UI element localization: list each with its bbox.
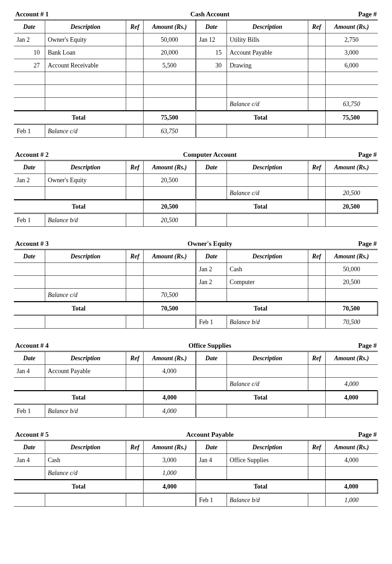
cell: 30 — [196, 59, 227, 72]
column-header: Amount (Rs.) — [325, 352, 377, 365]
cell: 75,500 — [144, 111, 196, 124]
column-header: Description — [45, 161, 126, 174]
cell: 20,000 — [144, 46, 196, 59]
cell — [196, 289, 227, 302]
cell: 15 — [196, 46, 227, 59]
cell — [196, 98, 227, 111]
column-header: Date — [14, 250, 45, 263]
ledger-account-3: Account # 3Owner's EquityPage #DateDescr… — [14, 240, 378, 329]
cell — [325, 289, 377, 302]
cell — [144, 72, 196, 85]
cell — [45, 493, 126, 507]
cell — [144, 187, 196, 200]
cell: 20,500 — [144, 200, 196, 213]
table-row: Jan 4Account Payable4,000 — [14, 365, 378, 378]
column-header: Ref — [308, 441, 325, 454]
cell — [227, 124, 308, 138]
total-label: Total — [14, 391, 144, 404]
column-header: Ref — [126, 441, 144, 454]
column-header: Ref — [308, 250, 325, 263]
cell — [325, 404, 377, 418]
column-header: Description — [45, 20, 126, 33]
table-row: Balance c/d63,750 — [14, 98, 378, 111]
ledger-account-2: Account # 2Computer AccountPage #DateDes… — [14, 151, 378, 227]
cell: 70,500 — [325, 302, 377, 315]
cell — [308, 378, 325, 391]
cell — [126, 46, 144, 59]
cell — [196, 378, 227, 391]
page-number: Page # — [335, 431, 377, 438]
cell: Feb 1 — [196, 493, 227, 507]
cell — [325, 72, 377, 85]
cell — [14, 98, 45, 111]
column-header: Amount (Rs.) — [144, 250, 196, 263]
total-label: Total — [14, 200, 144, 213]
account-number: Account # 2 — [15, 151, 85, 159]
column-header: Date — [14, 161, 45, 174]
cell — [196, 85, 227, 98]
cell — [196, 404, 227, 418]
totals-row: Total4,000Total4,000 — [14, 391, 378, 404]
ledger-table: DateDescriptionRefAmount (Rs.)DateDescri… — [14, 249, 378, 329]
total-label: Total — [196, 111, 325, 124]
cell — [126, 454, 144, 467]
cell — [196, 187, 227, 200]
cell — [325, 174, 377, 187]
cell — [45, 276, 126, 289]
cell: Office Supplies — [227, 454, 308, 467]
cell: Owner's Equity — [45, 33, 126, 46]
ledger-table: DateDescriptionRefAmount (Rs.)DateDescri… — [14, 351, 378, 418]
column-header: Description — [45, 250, 126, 263]
cell — [126, 365, 144, 378]
ledger-account-4: Account # 4Office SuppliesPage #DateDesc… — [14, 342, 378, 418]
cell: Balance c/d — [227, 378, 308, 391]
column-header: Date — [196, 20, 227, 33]
cell — [126, 289, 144, 302]
cell — [144, 98, 196, 111]
cell — [227, 467, 308, 480]
page-number: Page # — [335, 342, 377, 349]
cell — [126, 98, 144, 111]
account-title: Cash Account — [85, 10, 335, 18]
cell: Cash — [227, 263, 308, 276]
cell: 27 — [14, 59, 45, 72]
table-row: Jan 2Owner's Equity20,500 — [14, 174, 378, 187]
column-header: Description — [227, 161, 308, 174]
ledger-container: Account # 1Cash AccountPage #DateDescrip… — [14, 10, 378, 507]
cell: Account Receivable — [45, 59, 126, 72]
table-row: 10Bank Loan20,00015Account Payable3,000 — [14, 46, 378, 59]
account-number: Account # 1 — [15, 10, 85, 18]
cell: Bank Loan — [45, 46, 126, 59]
account-title: Computer Account — [85, 151, 335, 159]
totals-row: Total70,500Total70,500 — [14, 302, 378, 315]
page-number: Page # — [335, 240, 377, 248]
table-row: 27Account Receivable5,50030Drawing6,000 — [14, 59, 378, 72]
table-row: Jan 2Cash50,000 — [14, 263, 378, 276]
column-header: Ref — [308, 352, 325, 365]
cell — [126, 59, 144, 72]
cell — [126, 174, 144, 187]
column-header: Ref — [308, 161, 325, 174]
cell — [45, 187, 126, 200]
column-header: Amount (Rs.) — [325, 250, 377, 263]
table-row: Feb 1Balance b/d70,500 — [14, 315, 378, 329]
ledger-header: Account # 4Office SuppliesPage # — [15, 342, 377, 349]
cell: 63,750 — [325, 98, 377, 111]
cell: 1,000 — [144, 467, 196, 480]
ledger-table: DateDescriptionRefAmount (Rs.)DateDescri… — [14, 19, 378, 138]
cell — [196, 467, 227, 480]
cell — [126, 72, 144, 85]
cell: 4,000 — [144, 480, 196, 493]
ledger-table: DateDescriptionRefAmount (Rs.)DateDescri… — [14, 160, 378, 227]
cell: Feb 1 — [14, 213, 45, 227]
cell: Jan 2 — [14, 174, 45, 187]
cell: Jan 4 — [14, 365, 45, 378]
cell — [144, 315, 196, 329]
ledger-header: Account # 2Computer AccountPage # — [15, 151, 377, 159]
cell: Feb 1 — [196, 315, 227, 329]
cell: 3,000 — [144, 454, 196, 467]
cell — [308, 365, 325, 378]
cell — [308, 46, 325, 59]
cell: Balance b/d — [45, 404, 126, 418]
cell — [308, 213, 325, 227]
